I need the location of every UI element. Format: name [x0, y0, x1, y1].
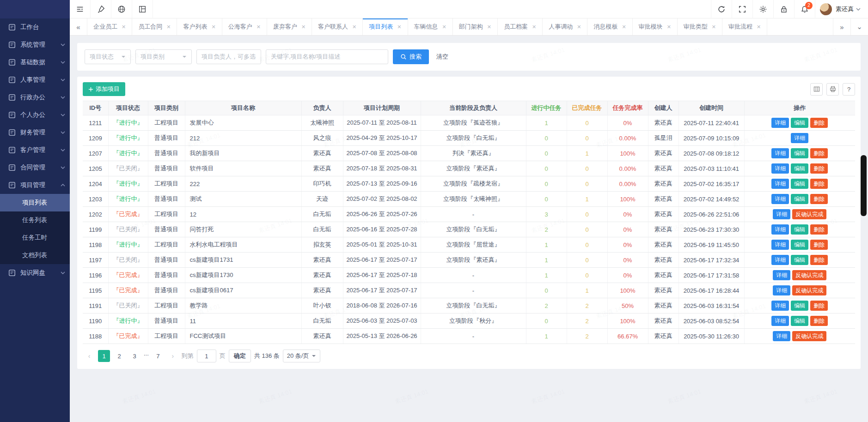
page-number-2[interactable]: 2 — [113, 350, 125, 362]
delete-button[interactable]: 删除 — [810, 255, 828, 265]
tabs-scroll-right-icon[interactable]: » — [833, 18, 850, 35]
detail-button[interactable]: 详细 — [771, 148, 789, 158]
keyword-input[interactable]: 关键字,项目名称/项目描述 — [266, 49, 388, 64]
detail-button[interactable]: 详细 — [773, 209, 790, 219]
tab-public-sea-customer[interactable]: 公海客户✕ — [222, 18, 267, 35]
tab-project-list[interactable]: 项目列表✕ — [363, 18, 408, 35]
prev-page-icon[interactable]: ‹ — [84, 350, 95, 362]
layout-button[interactable] — [132, 0, 153, 18]
close-icon[interactable]: ✕ — [577, 24, 581, 30]
edit-button[interactable]: 编辑 — [791, 179, 808, 189]
detail-button[interactable]: 详细 — [771, 179, 789, 189]
edit-button[interactable]: 编辑 — [791, 194, 808, 204]
tab-approval-module[interactable]: 审批模块✕ — [633, 18, 678, 35]
delete-button[interactable]: 删除 — [810, 224, 828, 235]
detail-button[interactable]: 详细 — [771, 118, 789, 128]
sidebar-item-project-mgmt[interactable]: 项目管理 — [0, 176, 70, 194]
edit-button[interactable]: 编辑 — [791, 316, 808, 326]
tab-hr-transfer[interactable]: 人事调动✕ — [543, 18, 587, 35]
unconfirm-button[interactable]: 反确认完成 — [792, 331, 826, 341]
delete-button[interactable]: 删除 — [810, 118, 828, 128]
sidebar-item-admin-office[interactable]: 行政办公 — [0, 89, 70, 106]
page-number-1[interactable]: 1 — [98, 350, 110, 362]
tab-vehicle-info[interactable]: 车辆信息✕ — [408, 18, 453, 35]
detail-button[interactable]: 详细 — [773, 270, 790, 280]
tabs-menu-icon[interactable]: ⌄ — [850, 18, 868, 35]
close-icon[interactable]: ✕ — [352, 24, 356, 30]
edit-button[interactable]: 编辑 — [791, 224, 808, 235]
detail-button[interactable]: 详细 — [773, 285, 790, 295]
detail-button[interactable]: 详细 — [771, 224, 789, 235]
goto-page-input[interactable] — [197, 350, 216, 362]
unconfirm-button[interactable]: 反确认完成 — [792, 209, 826, 219]
sidebar-item-contract-mgmt[interactable]: 合同管理 — [0, 159, 70, 176]
edit-button[interactable]: 编辑 — [791, 255, 808, 265]
delete-button[interactable]: 删除 — [810, 179, 828, 189]
fullscreen-button[interactable] — [732, 0, 752, 18]
tab-customer-list[interactable]: 客户列表✕ — [177, 18, 222, 35]
project-owner-input[interactable]: 项目负责人，可多选 — [196, 49, 261, 64]
detail-button[interactable]: 详细 — [791, 133, 808, 143]
edit-button[interactable]: 编辑 — [791, 148, 808, 158]
close-icon[interactable]: ✕ — [757, 24, 761, 30]
close-icon[interactable]: ✕ — [622, 24, 626, 30]
refresh-button[interactable] — [711, 0, 732, 18]
sidebar-item-finance-mgmt[interactable]: 财务管理 — [0, 124, 70, 141]
theme-brush-button[interactable] — [91, 0, 111, 18]
sidebar-item-customer-mgmt[interactable]: 客户管理 — [0, 141, 70, 159]
close-icon[interactable]: ✕ — [257, 24, 261, 30]
detail-button[interactable]: 详细 — [771, 316, 789, 326]
tab-enterprise-staff[interactable]: 企业员工✕ — [87, 18, 132, 35]
sidebar-item-personal-office[interactable]: 个人办公 — [0, 106, 70, 124]
close-icon[interactable]: ✕ — [712, 24, 716, 30]
sidebar-item-task-list[interactable]: 任务列表 — [0, 211, 70, 229]
unconfirm-button[interactable]: 反确认完成 — [792, 285, 826, 295]
page-size-select[interactable]: 20 条/页 — [283, 350, 321, 362]
settings-gear-button[interactable] — [752, 0, 773, 18]
detail-button[interactable]: 详细 — [773, 331, 790, 341]
detail-button[interactable]: 详细 — [771, 194, 789, 204]
close-icon[interactable]: ✕ — [532, 24, 536, 30]
delete-button[interactable]: 删除 — [810, 316, 828, 326]
sidebar-item-task-hours[interactable]: 任务工时 — [0, 229, 70, 247]
help-button[interactable]: ? — [843, 83, 855, 96]
add-project-button[interactable]: 添加项目 — [83, 82, 125, 96]
sidebar-item-workbench[interactable]: 工作台 — [0, 18, 70, 36]
detail-button[interactable]: 详细 — [771, 255, 789, 265]
delete-button[interactable]: 删除 — [810, 148, 828, 158]
sidebar-item-hr-mgmt[interactable]: 人事管理 — [0, 71, 70, 89]
close-icon[interactable]: ✕ — [442, 24, 446, 30]
goto-confirm-button[interactable]: 确定 — [229, 350, 251, 362]
tab-customer-contact[interactable]: 客户联系人✕ — [312, 18, 363, 35]
project-status-select[interactable]: 项目状态 — [85, 49, 131, 64]
clear-button[interactable]: 清空 — [436, 53, 448, 61]
tabs-scroll-left-icon[interactable]: « — [70, 18, 87, 35]
vertical-scrollbar-thumb[interactable] — [861, 155, 867, 216]
print-button[interactable] — [826, 83, 839, 96]
sidebar-item-document-list[interactable]: 文档列表 — [0, 247, 70, 264]
page-number-7[interactable]: 7 — [152, 350, 164, 362]
page-number-3[interactable]: 3 — [128, 350, 141, 362]
menu-collapse-button[interactable] — [70, 0, 91, 18]
unconfirm-button[interactable]: 反确认完成 — [792, 270, 826, 280]
lock-button[interactable] — [773, 0, 794, 18]
close-icon[interactable]: ✕ — [301, 24, 306, 30]
edit-button[interactable]: 编辑 — [791, 118, 808, 128]
globe-button[interactable] — [111, 0, 132, 18]
edit-button[interactable]: 编辑 — [791, 240, 808, 250]
tab-approval-type[interactable]: 审批类型✕ — [678, 18, 722, 35]
sidebar-item-project-list[interactable]: 项目列表 — [0, 194, 70, 211]
detail-button[interactable]: 详细 — [771, 163, 789, 174]
close-icon[interactable]: ✕ — [397, 24, 401, 30]
tab-department-structure[interactable]: 部门架构✕ — [453, 18, 498, 35]
close-icon[interactable]: ✕ — [122, 24, 126, 30]
close-icon[interactable]: ✕ — [166, 24, 171, 30]
detail-button[interactable]: 详细 — [771, 301, 789, 311]
next-page-icon[interactable]: › — [167, 350, 178, 362]
search-button[interactable]: 搜索 — [393, 49, 429, 64]
edit-button[interactable]: 编辑 — [791, 163, 808, 174]
delete-button[interactable]: 删除 — [810, 301, 828, 311]
project-category-select[interactable]: 项目类别 — [135, 49, 192, 64]
tab-message-template[interactable]: 消息模板✕ — [587, 18, 632, 35]
close-icon[interactable]: ✕ — [211, 24, 215, 30]
